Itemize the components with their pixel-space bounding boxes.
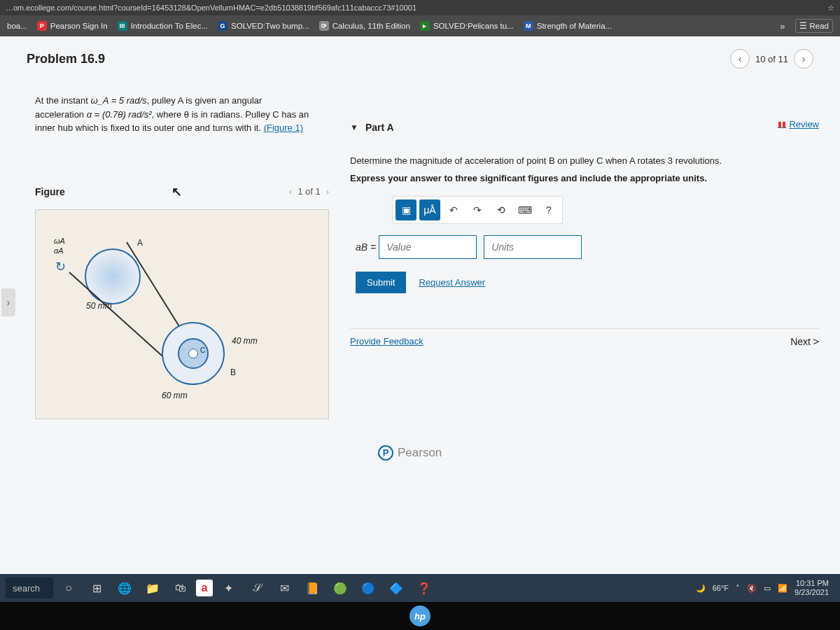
battery-icon[interactable]: ▭	[764, 584, 771, 593]
clock[interactable]: 10:31 PM 9/23/2021	[794, 579, 829, 597]
app-teal-icon[interactable]: 🔷	[384, 575, 409, 601]
tray-caret-icon[interactable]: ˄	[736, 584, 740, 593]
wifi-icon[interactable]: 📶	[778, 584, 788, 593]
label-c: C	[200, 346, 205, 354]
problem-title: Problem 16.9	[27, 52, 730, 66]
request-answer-link[interactable]: Request Answer	[419, 277, 485, 288]
pearson-icon: P	[37, 21, 47, 31]
expand-left-caret[interactable]: ›	[1, 288, 15, 316]
elec-icon: III	[118, 21, 127, 31]
hp-logo-icon: hp	[410, 606, 430, 626]
label-60mm: 60 mm	[162, 391, 188, 400]
problem-counter: 10 of 11	[755, 54, 788, 64]
bookmark-calculus[interactable]: ⟳Calculus, 11th Edition	[319, 21, 410, 31]
label-40mm: 40 mm	[232, 336, 258, 346]
collapse-triangle-icon: ▼	[350, 122, 358, 132]
label-omega-a: ωA	[54, 237, 65, 245]
bookmark-pelicans[interactable]: ▸SOLVED:Pelicans tu...	[420, 21, 514, 31]
part-a-question: Determine the magnitude of acceleration …	[350, 154, 819, 169]
templates-button[interactable]: ▣	[396, 200, 416, 220]
main-content: › Problem 16.9 ‹ 10 of 11 › ▮▮ Review At…	[0, 36, 840, 574]
part-a-instruction: Express your answer to three significant…	[350, 173, 819, 183]
answer-toolbar: ▣ μÅ ↶ ↷ ⟲ ⌨ ?	[392, 196, 563, 224]
next-part-button[interactable]: Next >	[790, 336, 819, 347]
help-icon[interactable]: ❓	[412, 575, 437, 601]
bookmarks-overflow-icon[interactable]: »	[780, 21, 785, 31]
system-tray: 🌙 66°F ˄ 🔇 ▭ 📶 10:31 PM 9/23/2021	[696, 579, 834, 597]
bookmark-solved-bump[interactable]: GSOLVED:Two bump...	[218, 21, 309, 31]
url-text: …om.ecollege.com/course.html?courseId=16…	[6, 4, 822, 12]
figure-prev-button[interactable]: ‹	[289, 186, 292, 197]
bookmark-intro-elec[interactable]: IIIIntroduction To Elec...	[118, 21, 208, 31]
figure-image: A B C 50 mm 40 mm 60 mm ωA αA ↻	[35, 209, 329, 419]
bookmark-strength[interactable]: MStrength of Materia...	[524, 21, 612, 31]
bookmark-bar: boa... PPearson Sign In IIIIntroduction …	[0, 15, 840, 36]
prev-problem-button[interactable]: ‹	[730, 49, 750, 69]
app-orange-icon[interactable]: 📙	[300, 575, 325, 601]
app-a-icon[interactable]: a	[196, 580, 213, 596]
explorer-icon[interactable]: 📁	[140, 575, 165, 601]
mute-icon[interactable]: 🔇	[747, 584, 757, 593]
redo-button[interactable]: ↷	[467, 200, 488, 220]
taskbar-search[interactable]: search	[6, 578, 53, 598]
figure-1-link[interactable]: (Figure 1)	[264, 122, 303, 133]
windows-taskbar: search ○ ⊞ 🌐 📁 🛍 a ✦ 𝒮 ✉ 📙 🟢 🔵 🔷 ❓ 🌙 66°…	[0, 574, 840, 602]
label-alpha-a: αA	[54, 246, 64, 255]
calc-icon: ⟳	[319, 21, 329, 31]
figure-next-button[interactable]: ›	[326, 186, 329, 197]
submit-button[interactable]: Submit	[356, 272, 406, 293]
figure-title: Figure	[35, 186, 65, 197]
figure-pager: 1 of 1	[298, 186, 321, 197]
bookmark-boa[interactable]: boa...	[7, 22, 27, 30]
edge-icon[interactable]: 🌐	[112, 575, 137, 601]
dropbox-icon[interactable]: ✦	[216, 575, 241, 601]
reading-list-button[interactable]: ☰Read	[795, 19, 834, 33]
units-button[interactable]: μÅ	[419, 200, 440, 220]
spotify-icon[interactable]: 🟢	[328, 575, 353, 601]
pearson-footer: P Pearson	[350, 445, 819, 461]
problem-pager: ‹ 10 of 11 ›	[730, 49, 813, 69]
url-bar: …om.ecollege.com/course.html?courseId=16…	[0, 0, 840, 15]
undo-button[interactable]: ↶	[443, 200, 464, 220]
cursor-icon: ↖	[172, 184, 182, 200]
review-link[interactable]: ▮▮ Review	[778, 119, 819, 130]
store-icon[interactable]: 🛍	[168, 575, 193, 601]
label-a: A	[137, 238, 143, 248]
label-50mm: 50 mm	[86, 301, 112, 311]
keyboard-button[interactable]: ⌨	[514, 200, 536, 220]
provide-feedback-link[interactable]: Provide Feedback	[350, 336, 424, 346]
flag-icon: ▮▮	[778, 120, 786, 129]
solved1-icon: G	[218, 21, 227, 31]
help-button[interactable]: ?	[538, 200, 559, 220]
star-icon[interactable]: ☆	[827, 4, 834, 13]
part-a-header[interactable]: ▼ Part A	[350, 122, 819, 133]
weather-icon[interactable]: 🌙	[696, 584, 706, 593]
rotation-arrow-icon: ↻	[55, 259, 66, 274]
label-b: B	[230, 368, 236, 377]
problem-statement: At the instant ω_A = 5 rad/s, pulley A i…	[35, 94, 329, 135]
strength-icon: M	[524, 21, 533, 31]
reset-button[interactable]: ⟲	[491, 200, 512, 220]
mail-icon[interactable]: ✉	[272, 575, 297, 601]
temperature[interactable]: 66°F	[713, 584, 729, 592]
bookmark-pearson[interactable]: PPearson Sign In	[37, 21, 108, 31]
pelican-icon: ▸	[420, 21, 430, 31]
list-icon: ☰	[799, 21, 807, 31]
answer-row: aB =	[356, 235, 819, 259]
task-view-icon[interactable]: ⊞	[84, 575, 109, 601]
pearson-logo-icon: P	[378, 445, 393, 461]
laptop-bezel: hp	[0, 602, 840, 630]
chrome-icon[interactable]: 🔵	[356, 575, 381, 601]
units-input[interactable]	[484, 235, 582, 259]
answer-label: aB =	[356, 241, 376, 253]
value-input[interactable]	[379, 235, 477, 259]
figure-panel: Figure ↖ ‹ 1 of 1 › A B C	[35, 184, 329, 419]
app-s-icon[interactable]: 𝒮	[244, 575, 269, 601]
next-problem-button[interactable]: ›	[794, 49, 813, 69]
cortana-icon[interactable]: ○	[56, 575, 81, 601]
